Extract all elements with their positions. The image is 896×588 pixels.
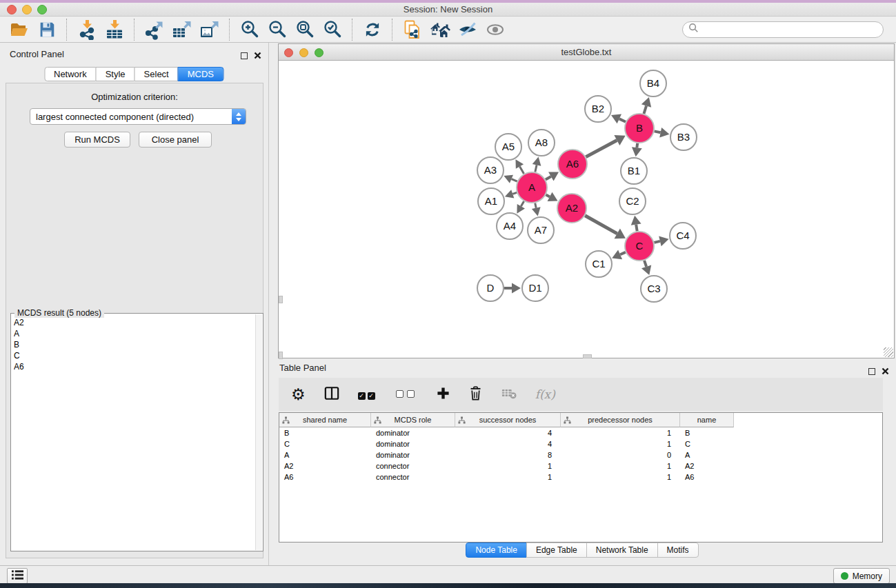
copy-network-button[interactable] bbox=[399, 18, 426, 41]
graph-node-B1[interactable]: B1 bbox=[621, 158, 647, 184]
tab-network[interactable]: Network bbox=[44, 67, 97, 81]
zoom-in-button[interactable] bbox=[236, 18, 263, 41]
graph-edge-C-C4[interactable] bbox=[654, 236, 668, 247]
list-item[interactable]: A6 bbox=[14, 361, 254, 372]
graph-node-A3[interactable]: A3 bbox=[477, 157, 504, 183]
column-header-mcds-role[interactable]: MCDS role bbox=[371, 413, 455, 427]
graph-node-A7[interactable]: A7 bbox=[528, 217, 554, 243]
zoom-selected-button[interactable] bbox=[319, 18, 346, 41]
export-network-button[interactable] bbox=[141, 18, 168, 41]
close-panel-button-mcds[interactable]: Close panel bbox=[139, 132, 212, 148]
graph-node-B4[interactable]: B4 bbox=[640, 70, 666, 97]
close-panel-button[interactable] bbox=[254, 50, 261, 62]
float-panel-button[interactable] bbox=[868, 368, 875, 375]
graph-edge-A-A1[interactable] bbox=[505, 190, 517, 198]
deselect-all-button[interactable] bbox=[396, 388, 418, 401]
refresh-layout-button[interactable] bbox=[359, 18, 386, 41]
table-row[interactable]: A6 connector 1 1 A6 bbox=[279, 472, 882, 483]
memory-button[interactable]: Memory bbox=[833, 568, 890, 584]
import-table-button[interactable] bbox=[101, 18, 128, 41]
left-scroll-nub[interactable] bbox=[279, 296, 283, 303]
import-network-button[interactable] bbox=[73, 18, 101, 41]
open-session-button[interactable] bbox=[6, 18, 33, 41]
delete-column-button[interactable] bbox=[468, 385, 483, 404]
tab-style[interactable]: Style bbox=[96, 67, 135, 81]
list-item[interactable]: A bbox=[14, 328, 254, 339]
graph-node-C[interactable]: C bbox=[625, 232, 654, 261]
home-views-button[interactable] bbox=[426, 18, 454, 41]
list-item[interactable]: B bbox=[14, 339, 254, 350]
table-row[interactable]: B dominator 4 1 B bbox=[279, 427, 882, 438]
export-image-button[interactable] bbox=[196, 18, 223, 41]
table-row[interactable]: A2 connector 1 1 A2 bbox=[279, 460, 882, 472]
column-header-shared-name[interactable]: shared name bbox=[279, 413, 371, 427]
graph-node-A8[interactable]: A8 bbox=[528, 130, 555, 156]
zoom-fit-button[interactable] bbox=[291, 18, 319, 41]
graph-node-C4[interactable]: C4 bbox=[670, 223, 696, 249]
network-canvas[interactable]: AA1A2A3A4A5A6A7A8BB1B2B3B4CC1C2C3C4DD1 bbox=[279, 60, 894, 358]
column-header-name[interactable]: name bbox=[680, 413, 734, 427]
list-item[interactable]: C bbox=[14, 350, 254, 361]
graph-edge-A-A5[interactable] bbox=[515, 159, 524, 174]
graph-edge-A-A8[interactable] bbox=[532, 157, 541, 172]
graph-edge-C-C3[interactable] bbox=[641, 261, 651, 275]
graph-node-D[interactable]: D bbox=[477, 275, 504, 301]
graph-edge-B-B4[interactable] bbox=[641, 97, 651, 114]
graph-node-A4[interactable]: A4 bbox=[497, 213, 523, 239]
select-all-button[interactable]: ✓✓ bbox=[358, 388, 377, 401]
search-field[interactable] bbox=[682, 21, 884, 38]
graph-node-C2[interactable]: C2 bbox=[619, 188, 646, 214]
float-panel-button[interactable] bbox=[241, 52, 248, 59]
tab-node-table[interactable]: Node Table bbox=[466, 543, 527, 558]
show-panels-button[interactable] bbox=[481, 18, 509, 41]
graph-node-C3[interactable]: C3 bbox=[641, 276, 667, 302]
optimization-dropdown[interactable]: largest connected component (directed) bbox=[30, 108, 246, 125]
export-table-button[interactable] bbox=[168, 18, 196, 41]
graph-edge-A6-B[interactable] bbox=[586, 135, 625, 157]
graph-edge-B-B2[interactable] bbox=[611, 114, 626, 124]
graph-edge-A-A2[interactable] bbox=[546, 192, 557, 201]
column-header-successor-nodes[interactable]: successor nodes bbox=[455, 413, 561, 427]
run-mcds-button[interactable]: Run MCDS bbox=[64, 132, 130, 148]
graph-edge-A2-C[interactable] bbox=[585, 216, 626, 239]
table-options-button[interactable]: ⚙ bbox=[291, 387, 306, 403]
show-column-button[interactable] bbox=[324, 386, 339, 403]
graph-node-A1[interactable]: A1 bbox=[478, 188, 504, 214]
graph-edge-A-A7[interactable] bbox=[532, 203, 541, 216]
graph-node-B2[interactable]: B2 bbox=[585, 96, 611, 122]
graph-node-A[interactable]: A bbox=[517, 172, 547, 203]
search-input[interactable] bbox=[702, 24, 883, 35]
hide-panels-button[interactable] bbox=[454, 18, 481, 41]
graph-edge-A-A4[interactable] bbox=[517, 201, 525, 214]
save-session-button[interactable] bbox=[33, 18, 61, 41]
close-panel-button[interactable] bbox=[882, 365, 889, 378]
tab-mcds[interactable]: MCDS bbox=[178, 67, 223, 81]
graph-node-A5[interactable]: A5 bbox=[495, 134, 521, 160]
graph-node-D1[interactable]: D1 bbox=[522, 275, 548, 301]
graph-node-A6[interactable]: A6 bbox=[558, 150, 587, 179]
resize-grip[interactable] bbox=[884, 347, 893, 357]
graph-node-B3[interactable]: B3 bbox=[670, 124, 697, 150]
graph-edge-A-A6[interactable] bbox=[546, 172, 559, 181]
graph-node-C1[interactable]: C1 bbox=[586, 251, 612, 277]
graph-edge-B-B3[interactable] bbox=[655, 128, 670, 138]
tab-motifs[interactable]: Motifs bbox=[657, 543, 699, 558]
task-history-button[interactable] bbox=[7, 568, 28, 584]
table-row[interactable]: A dominator 8 0 A bbox=[279, 449, 882, 460]
zoom-out-button[interactable] bbox=[263, 18, 291, 41]
tab-network-table[interactable]: Network Table bbox=[586, 543, 658, 558]
graph-edge-D-D1[interactable] bbox=[504, 283, 521, 294]
graph-edge-B-B1[interactable] bbox=[632, 143, 642, 156]
graph-node-A2[interactable]: A2 bbox=[557, 194, 586, 223]
table-row[interactable]: C dominator 4 1 C bbox=[279, 438, 882, 449]
tab-select[interactable]: Select bbox=[135, 67, 179, 81]
list-item[interactable]: A2 bbox=[14, 317, 254, 328]
graph-node-B[interactable]: B bbox=[625, 114, 654, 143]
graph-edge-C-C2[interactable] bbox=[631, 216, 641, 232]
graph-edge-C-C1[interactable] bbox=[612, 250, 626, 259]
tab-edge-table[interactable]: Edge Table bbox=[526, 543, 587, 558]
column-header-predecessor-nodes[interactable]: predecessor nodes bbox=[561, 413, 680, 427]
add-column-button[interactable] bbox=[437, 387, 450, 403]
result-scrollbar[interactable] bbox=[255, 314, 262, 550]
graph-edge-A-A3[interactable] bbox=[504, 175, 517, 183]
